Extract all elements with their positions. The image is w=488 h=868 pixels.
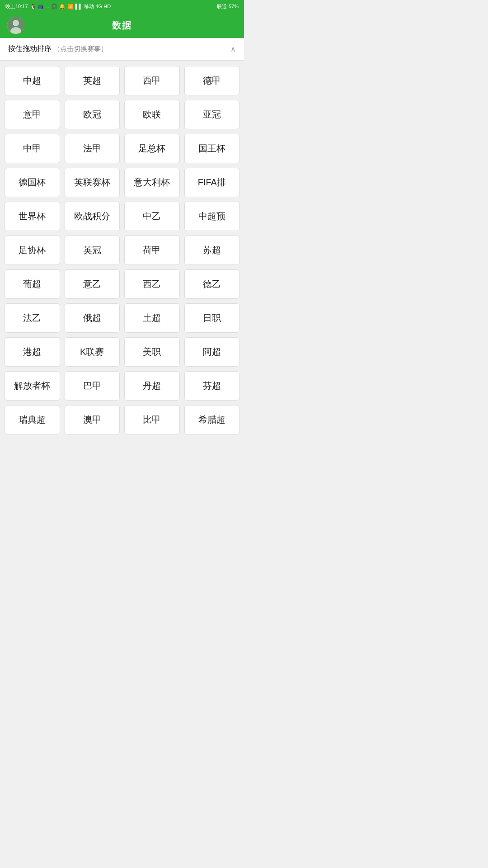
league-item-25[interactable]: 意乙 — [65, 269, 120, 299]
headphone-icon: 🎧 — [51, 4, 57, 9]
league-item-3[interactable]: 德甲 — [184, 66, 240, 95]
league-item-7[interactable]: 亚冠 — [184, 100, 240, 129]
league-item-43[interactable]: 希腊超 — [184, 405, 240, 434]
avatar-image — [7, 17, 24, 34]
avatar[interactable] — [7, 17, 24, 34]
league-item-8[interactable]: 中甲 — [5, 134, 60, 163]
league-item-21[interactable]: 英冠 — [65, 236, 120, 265]
status-right: 联通 57% — [217, 3, 239, 10]
svg-point-1 — [13, 20, 19, 26]
league-item-30[interactable]: 土超 — [124, 303, 180, 333]
league-item-22[interactable]: 荷甲 — [124, 236, 180, 265]
league-item-38[interactable]: 丹超 — [124, 371, 180, 401]
league-item-10[interactable]: 足总杯 — [124, 134, 180, 163]
league-item-40[interactable]: 瑞典超 — [5, 405, 60, 434]
league-item-1[interactable]: 英超 — [65, 66, 120, 95]
time: 晚上10:17 — [5, 3, 28, 10]
league-item-24[interactable]: 葡超 — [5, 269, 60, 299]
league-item-19[interactable]: 中超预 — [184, 202, 240, 231]
league-item-11[interactable]: 国王杯 — [184, 134, 240, 163]
league-item-18[interactable]: 中乙 — [124, 202, 180, 231]
league-item-32[interactable]: 港超 — [5, 337, 60, 367]
league-item-6[interactable]: 欧联 — [124, 100, 180, 129]
page-title: 数据 — [112, 19, 132, 32]
signal-icon: ▌▌ — [75, 4, 83, 9]
league-item-31[interactable]: 日职 — [184, 303, 240, 333]
league-item-2[interactable]: 西甲 — [124, 66, 180, 95]
league-item-39[interactable]: 芬超 — [184, 371, 240, 401]
league-item-15[interactable]: FIFA排 — [184, 168, 240, 197]
league-item-29[interactable]: 俄超 — [65, 303, 120, 333]
wifi-icon: 📶 — [67, 4, 74, 9]
league-item-4[interactable]: 意甲 — [5, 100, 60, 129]
chevron-up-icon: ∧ — [230, 45, 236, 53]
league-item-33[interactable]: K联赛 — [65, 337, 120, 367]
league-item-36[interactable]: 解放者杯 — [5, 371, 60, 401]
league-item-37[interactable]: 巴甲 — [65, 371, 120, 401]
league-item-12[interactable]: 德国杯 — [5, 168, 60, 197]
alarm-icon: 🔔 — [59, 4, 66, 9]
network-type: 移动 4G HD — [84, 3, 111, 10]
status-bar: 晚上10:17 🐧 📺 ... 🎧 🔔 📶 ▌▌ 移动 4G HD 联通 57% — [0, 0, 244, 13]
league-grid: 中超英超西甲德甲意甲欧冠欧联亚冠中甲法甲足总杯国王杯德国杯英联赛杯意大利杯FIF… — [0, 61, 244, 440]
sort-bar[interactable]: 按住拖动排序 （点击切换赛事） ∧ — [0, 38, 244, 61]
league-item-17[interactable]: 欧战积分 — [65, 202, 120, 231]
league-item-14[interactable]: 意大利杯 — [124, 168, 180, 197]
status-left: 晚上10:17 🐧 📺 ... 🎧 🔔 📶 ▌▌ 移动 4G HD — [5, 3, 111, 10]
league-item-20[interactable]: 足协杯 — [5, 236, 60, 265]
league-item-13[interactable]: 英联赛杯 — [65, 168, 120, 197]
league-item-42[interactable]: 比甲 — [124, 405, 180, 434]
league-item-9[interactable]: 法甲 — [65, 134, 120, 163]
league-item-35[interactable]: 阿超 — [184, 337, 240, 367]
battery: 57% — [229, 4, 239, 9]
sort-main-text: 按住拖动排序 — [8, 45, 52, 52]
league-item-16[interactable]: 世界杯 — [5, 202, 60, 231]
carrier: 联通 — [217, 3, 227, 10]
sort-sub-text: （点击切换赛事） — [53, 45, 108, 52]
league-item-27[interactable]: 德乙 — [184, 269, 240, 299]
header: 数据 — [0, 13, 244, 38]
league-item-41[interactable]: 澳甲 — [65, 405, 120, 434]
league-item-28[interactable]: 法乙 — [5, 303, 60, 333]
status-icons: 🐧 📺 ... — [30, 4, 49, 9]
league-item-26[interactable]: 西乙 — [124, 269, 180, 299]
league-item-34[interactable]: 美职 — [124, 337, 180, 367]
league-item-0[interactable]: 中超 — [5, 66, 60, 95]
sort-bar-label: 按住拖动排序 （点击切换赛事） — [8, 44, 108, 54]
league-item-5[interactable]: 欧冠 — [65, 100, 120, 129]
league-item-23[interactable]: 苏超 — [184, 236, 240, 265]
